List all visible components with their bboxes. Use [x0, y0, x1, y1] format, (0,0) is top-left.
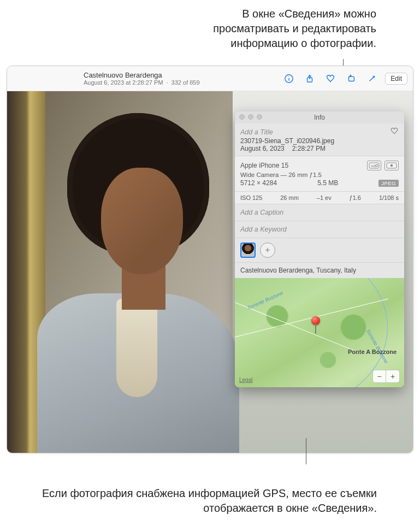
- info-titlebar: Info: [235, 111, 404, 123]
- location-label: Castelnuovo Berardenga, Tuscany, Italy: [235, 263, 404, 278]
- info-panel: Info Add a Title 230719-Siena_ST_i020946…: [235, 111, 404, 387]
- camera-lens: Wide Camera — 26 mm ƒ1.5: [240, 172, 322, 178]
- info-window-title: Info: [314, 114, 325, 121]
- toolbar-title-block: Castelnuovo Berardenga August 6, 2023 at…: [84, 71, 280, 86]
- close-icon[interactable]: [239, 114, 245, 120]
- caption-field[interactable]: Add a Caption: [235, 204, 404, 221]
- favorite-heart-icon[interactable]: [390, 127, 399, 137]
- photo-title: Castelnuovo Berardenga: [84, 71, 280, 79]
- map-town-label: Ponte A Bozzone: [348, 348, 397, 356]
- callout-bottom-leader: [306, 438, 306, 464]
- svg-line-6: [370, 76, 374, 81]
- camera-dimensions: 5712 × 4284: [240, 179, 277, 187]
- live-badge-icon: [384, 161, 399, 170]
- svg-text:WB: WB: [371, 164, 376, 168]
- keyword-field[interactable]: Add a Keyword: [235, 221, 404, 238]
- photo-subtitle: August 6, 2023 at 2:28:27 PM · 332 of 85…: [84, 79, 280, 86]
- location-map[interactable]: Torrente Bozzone Torrente Bozzone Ponte …: [235, 278, 404, 387]
- info-icon[interactable]: [283, 73, 294, 84]
- camera-filesize: 5.5 MB: [317, 179, 338, 187]
- map-zoom-out-button[interactable]: −: [373, 370, 386, 382]
- exif-ev: –1 ev: [317, 194, 332, 201]
- photo-counter: 332 of 859: [171, 79, 200, 86]
- svg-point-2: [289, 76, 289, 76]
- raw-badge-icon: WB: [367, 161, 381, 170]
- exif-focal: 26 mm: [280, 194, 299, 201]
- format-badge: JPEG: [378, 180, 399, 187]
- add-face-button[interactable]: +: [260, 243, 275, 258]
- camera-device: Apple iPhone 15: [240, 162, 288, 169]
- face-thumbnail[interactable]: [240, 243, 256, 258]
- exif-iso: ISO 125: [240, 194, 262, 201]
- share-icon[interactable]: [304, 73, 315, 84]
- exif-row: ISO 125 26 mm –1 ev ƒ1.6 1/108 s: [235, 192, 404, 204]
- exif-shutter: 1/108 s: [379, 194, 399, 201]
- callout-bottom: Если фотография снабжена информацией GPS…: [27, 486, 377, 516]
- toolbar: Castelnuovo Berardenga August 6, 2023 at…: [7, 66, 413, 91]
- map-zoom-in-button[interactable]: +: [386, 370, 399, 382]
- svg-point-11: [391, 164, 393, 167]
- faces-row: +: [235, 238, 404, 263]
- photo-date: August 6, 2023 at 2:28:27 PM: [84, 79, 163, 86]
- title-field[interactable]: Add a Title: [240, 128, 273, 136]
- map-zoom-controls: − +: [372, 370, 400, 383]
- info-date: August 6, 2023: [240, 145, 285, 152]
- favorite-icon[interactable]: [325, 73, 336, 84]
- minimize-icon[interactable]: [248, 114, 253, 120]
- zoom-icon[interactable]: [257, 114, 262, 120]
- auto-enhance-icon[interactable]: [366, 73, 377, 84]
- callout-top: В окне «Сведения» можно просматривать и …: [169, 7, 376, 51]
- map-legal-link[interactable]: Legal: [239, 377, 252, 383]
- rotate-icon[interactable]: [346, 73, 357, 84]
- exif-aperture: ƒ1.6: [350, 194, 361, 201]
- camera-metadata: Apple iPhone 15 WB Wide Camera — 26 mm ƒ…: [235, 156, 404, 192]
- svg-rect-5: [349, 76, 354, 81]
- map-pin-icon[interactable]: [311, 316, 320, 325]
- edit-button[interactable]: Edit: [385, 73, 407, 85]
- filename-label: 230719-Siena_ST_i020946.jpeg: [240, 137, 399, 145]
- window-traffic-lights[interactable]: [239, 114, 262, 120]
- info-time: 2:28:27 PM: [292, 145, 326, 152]
